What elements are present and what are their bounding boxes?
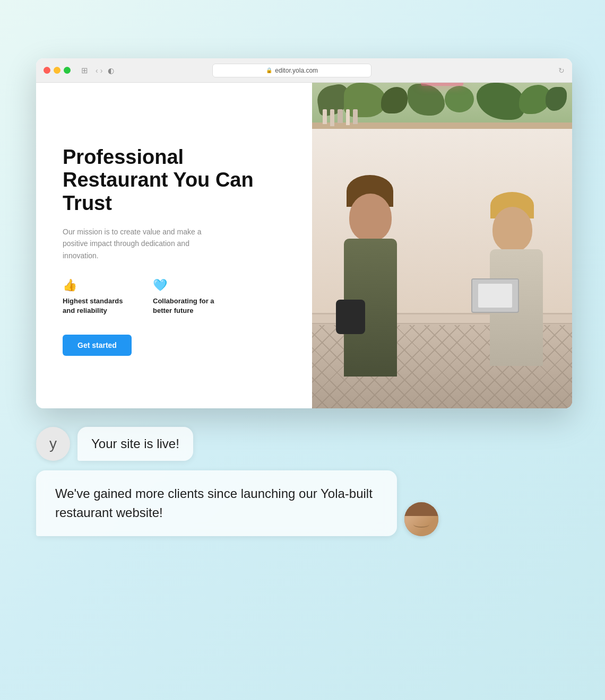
browser-chrome: ⊞ ‹ › ◐ 🔒 editor.yola.com ↻ (36, 58, 572, 83)
yola-logo-text: y (49, 435, 57, 452)
nav-arrows: ‹ › (96, 66, 102, 75)
features-row: 👍 Highest standards and reliability 🩵 Co… (63, 278, 286, 316)
feature-1: 👍 Highest standards and reliability (63, 278, 137, 316)
traffic-light-red[interactable] (44, 67, 50, 74)
brightness-icon: ◐ (108, 66, 114, 75)
website-right-panel (312, 83, 572, 408)
feature-2: 🩵 Collaborating for a better future (153, 278, 227, 316)
customer-person (333, 191, 418, 377)
feature-1-label: Highest standards and reliability (63, 296, 137, 316)
user-testimonial-row: We've gained more clients since launchin… (36, 470, 572, 536)
forward-button[interactable]: › (100, 66, 103, 75)
refresh-icon[interactable]: ↻ (558, 66, 565, 75)
get-started-button[interactable]: Get started (63, 335, 132, 356)
site-live-text: Your site is live! (91, 436, 179, 451)
traffic-light-yellow[interactable] (54, 67, 60, 74)
site-live-bubble: Your site is live! (77, 427, 193, 461)
traffic-lights (44, 67, 71, 74)
user-avatar-face (404, 502, 438, 536)
testimonial-bubble: We've gained more clients since launchin… (36, 470, 397, 536)
url-text: editor.yola.com (275, 67, 318, 74)
yola-avatar: y (36, 427, 70, 461)
restaurant-image (312, 83, 572, 408)
website-left-panel: Professional Restaurant You Can Trust Ou… (36, 83, 312, 408)
chat-section: y Your site is live! We've gained more c… (36, 427, 572, 536)
address-bar[interactable]: 🔒 editor.yola.com (212, 64, 371, 77)
thumbs-up-icon: 👍 (63, 278, 137, 292)
yola-notification-row: y Your site is live! (36, 427, 572, 461)
testimonial-text: We've gained more clients since launchin… (55, 486, 373, 520)
neon-light (421, 83, 463, 86)
browser-window: ⊞ ‹ › ◐ 🔒 editor.yola.com ↻ Professional… (36, 58, 572, 408)
browser-content: Professional Restaurant You Can Trust Ou… (36, 83, 572, 408)
heart-icon: 🩵 (153, 278, 227, 292)
user-avatar-hair (404, 502, 438, 516)
hero-title: Professional Restaurant You Can Trust (63, 146, 286, 215)
back-button[interactable]: ‹ (96, 66, 98, 75)
traffic-light-green[interactable] (64, 67, 71, 74)
shelf-products (323, 109, 358, 126)
hero-subtitle: Our mission is to create value and make … (63, 226, 211, 261)
lock-icon: 🔒 (266, 67, 272, 73)
sidebar-toggle-icon[interactable]: ⊞ (81, 66, 88, 75)
laptop (471, 278, 519, 313)
feature-2-label: Collaborating for a better future (153, 296, 227, 316)
user-avatar (404, 502, 438, 536)
